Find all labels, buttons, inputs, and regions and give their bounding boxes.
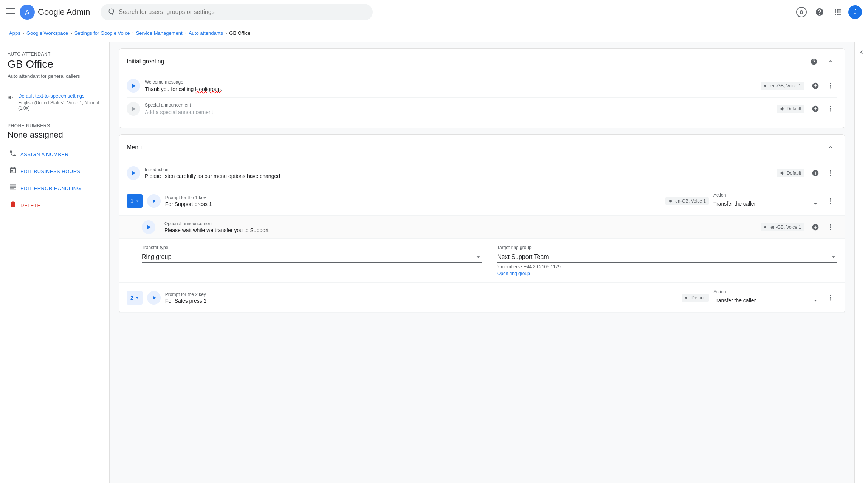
- key1-target-group-col: Target ring group Next Support Team 2 me…: [497, 245, 837, 276]
- breadcrumb-sep-1: ›: [23, 30, 24, 36]
- welcome-message-row: Welcome message Thank you for calling Ho…: [127, 74, 837, 98]
- breadcrumb-google-workspace[interactable]: Google Workspace: [26, 30, 68, 36]
- intro-play-button[interactable]: [127, 166, 140, 180]
- help-button[interactable]: [812, 5, 827, 20]
- welcome-play-button[interactable]: [127, 79, 140, 93]
- sidebar-title: GB Office: [8, 58, 102, 70]
- menu-collapse-button[interactable]: [824, 141, 837, 154]
- intro-label: Introduction: [145, 167, 772, 172]
- menu-intro-row: Introduction Please listen carefully as …: [119, 160, 845, 186]
- key2-play-button[interactable]: [147, 291, 161, 305]
- key1-optional-play-button[interactable]: [142, 220, 155, 234]
- nav-right-actions: 8 J: [794, 5, 862, 20]
- initial-greeting-collapse-button[interactable]: [824, 55, 837, 68]
- key1-target-group-dropdown[interactable]: Next Support Team: [497, 252, 837, 263]
- welcome-message-label: Welcome message: [145, 79, 756, 85]
- key1-transfer-row: Transfer type Ring group Target ring gro…: [119, 239, 845, 283]
- menu-card: Menu Introduction Please listen carefull…: [119, 134, 845, 313]
- breadcrumb-settings-voice[interactable]: Settings for Google Voice: [74, 30, 130, 36]
- svg-point-10: [830, 110, 831, 111]
- sidebar-tts-label[interactable]: Default text-to-speech settings: [18, 93, 102, 99]
- calendar-icon: [9, 167, 17, 176]
- key1-target-group-label: Target ring group: [497, 245, 837, 250]
- edit-business-hours-button[interactable]: EDIT BUSINESS HOURS: [8, 163, 102, 180]
- sidebar-tts: Default text-to-speech settings English …: [8, 93, 102, 111]
- main-layout: Auto attendant GB Office Auto attendant …: [0, 42, 868, 483]
- breadcrumb-service-management[interactable]: Service Management: [136, 30, 183, 36]
- special-announcement-label: Special announcement: [145, 102, 772, 108]
- intro-add-button[interactable]: [809, 166, 822, 180]
- svg-text:A: A: [25, 9, 29, 16]
- svg-point-22: [830, 299, 831, 300]
- delete-button[interactable]: DELETE: [8, 197, 102, 214]
- key1-prompt-label: Prompt for the 1 key: [165, 195, 661, 200]
- welcome-message-text: Thank you for calling Hooligroup.: [145, 86, 756, 92]
- right-panel[interactable]: [854, 42, 868, 483]
- svg-point-6: [830, 85, 831, 86]
- breadcrumb-sep-4: ›: [185, 30, 186, 36]
- key1-action-dropdown[interactable]: Transfer the caller: [713, 198, 819, 209]
- key2-action-label: Action: [713, 289, 819, 294]
- intro-more-button[interactable]: [824, 166, 837, 180]
- intro-actions: [809, 166, 837, 180]
- assign-number-button[interactable]: ASSIGN A NUMBER: [8, 146, 102, 163]
- special-announcement-content: Special announcement Add a special annou…: [145, 102, 772, 115]
- svg-point-9: [830, 108, 831, 109]
- key2-action-text: Transfer the caller: [713, 297, 756, 303]
- key1-more-button[interactable]: [824, 194, 837, 208]
- key2-action-dropdown[interactable]: Transfer the caller: [713, 295, 819, 306]
- key1-transfer-type-dropdown[interactable]: Ring group: [142, 252, 482, 263]
- welcome-message-actions: [809, 79, 837, 93]
- key2-more-button[interactable]: [824, 291, 837, 305]
- apps-grid-button[interactable]: [830, 5, 845, 20]
- initial-greeting-help-button[interactable]: [807, 55, 821, 68]
- special-play-button[interactable]: [127, 102, 140, 116]
- breadcrumb-current: GB Office: [229, 30, 250, 36]
- app-logo[interactable]: A Google Admin: [20, 5, 90, 20]
- svg-point-15: [830, 200, 831, 201]
- sidebar-phone-numbers-value: None assigned: [8, 130, 102, 140]
- key1-voice-badge: en-GB, Voice 1: [665, 197, 709, 205]
- search-input[interactable]: [119, 9, 367, 15]
- key1-target-group-text: Next Support Team: [497, 254, 549, 260]
- breadcrumb-apps[interactable]: Apps: [9, 30, 20, 36]
- svg-point-18: [830, 226, 831, 228]
- key2-section: 2 Prompt for the 2 key For Sales press 2…: [119, 283, 845, 313]
- key1-optional-label: Optional announcement: [164, 221, 756, 226]
- sidebar-phone-numbers-label: Phone numbers: [8, 123, 102, 128]
- welcome-more-button[interactable]: [824, 79, 837, 93]
- top-navigation: A Google Admin 8 J: [0, 0, 868, 24]
- initial-greeting-title: Initial greeting: [127, 58, 164, 65]
- breadcrumb-auto-attendants[interactable]: Auto attendants: [189, 30, 223, 36]
- svg-point-14: [830, 198, 831, 199]
- user-avatar[interactable]: J: [848, 5, 862, 19]
- edit-error-handling-button[interactable]: EDIT ERROR HANDLING: [8, 180, 102, 197]
- key1-transfer-type-label: Transfer type: [142, 245, 482, 250]
- key2-action-section: Action Transfer the caller: [713, 289, 819, 306]
- app-logo-text: Google Admin: [38, 7, 90, 17]
- key1-section: 1 Prompt for the 1 key For Support press…: [119, 186, 845, 283]
- menu-header[interactable]: Menu: [119, 135, 845, 160]
- special-add-button[interactable]: [809, 102, 822, 116]
- initial-greeting-header-right: [807, 55, 837, 68]
- key1-row: 1 Prompt for the 1 key For Support press…: [119, 186, 845, 216]
- key1-optional-more-button[interactable]: [824, 220, 837, 234]
- key1-open-ring-group-link[interactable]: Open ring group: [497, 271, 837, 276]
- sidebar-auto-attendant-label: Auto attendant: [8, 51, 102, 57]
- help-badge-button[interactable]: 8: [794, 5, 809, 20]
- menu-icon[interactable]: [6, 6, 15, 17]
- key1-optional-add-button[interactable]: [809, 220, 822, 234]
- key1-prompt-content: Prompt for the 1 key For Support press 1: [165, 195, 661, 207]
- key2-badge[interactable]: 2: [127, 291, 143, 305]
- hooligroup-text: Hooligroup: [195, 86, 221, 92]
- key1-badge[interactable]: 1: [127, 194, 143, 208]
- special-voice-label: Default: [787, 106, 801, 111]
- breadcrumb-sep-5: ›: [225, 30, 227, 36]
- key1-transfer-type-text: Ring group: [142, 254, 171, 260]
- welcome-add-button[interactable]: [809, 79, 822, 93]
- special-more-button[interactable]: [824, 102, 837, 116]
- key1-optional-text: Please wait while we transfer you to Sup…: [164, 227, 756, 233]
- key1-action-text: Transfer the caller: [713, 201, 756, 207]
- initial-greeting-header[interactable]: Initial greeting: [119, 49, 845, 74]
- key1-play-button[interactable]: [147, 194, 161, 208]
